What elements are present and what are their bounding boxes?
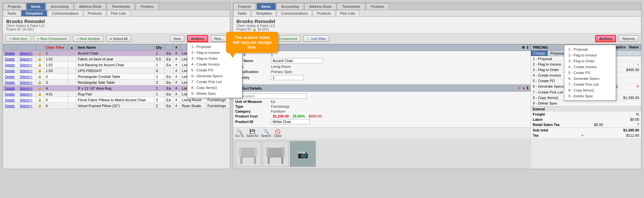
- action-item-9[interactable]: 9 - Delete Spec: [187, 91, 242, 96]
- reports-button[interactable]: Rep...: [211, 35, 227, 42]
- right-action-item-4[interactable]: 4 - Create Invoice: [564, 64, 616, 70]
- right-tab-addressbook[interactable]: Address Book: [304, 3, 336, 10]
- right-list-view-button[interactable]: ← List View: [303, 35, 329, 42]
- product-search-btn[interactable]: 🔍 Search: [261, 129, 271, 138]
- right-tab-items[interactable]: Items: [257, 3, 276, 10]
- row-name[interactable]: Rectangular Side Table: [76, 80, 154, 85]
- product-saveas-btn[interactable]: 💾 Save As: [247, 129, 259, 138]
- product-id-input[interactable]: [271, 119, 310, 124]
- tax-plus-icon[interactable]: +: [581, 133, 583, 137]
- new-component-button[interactable]: + New Component: [34, 35, 70, 42]
- left-tab-timesheets[interactable]: Timesheets: [107, 3, 135, 10]
- row-select[interactable]: Select>>: [18, 103, 36, 109]
- row-details[interactable]: Details: [3, 62, 18, 68]
- new-item-button[interactable]: + New Item: [6, 35, 31, 42]
- star-icon[interactable]: ★: [517, 86, 521, 90]
- right-action-item-1[interactable]: 1 - Proposal: [564, 46, 616, 52]
- action-item-6[interactable]: 6 - Generate Specs: [187, 73, 242, 79]
- left-tab-addressbook[interactable]: Address Book: [74, 3, 106, 10]
- right-tab-accounting[interactable]: Accounting: [276, 3, 304, 10]
- right-subtab-products[interactable]: Products: [313, 10, 335, 16]
- right-subtab-tasks[interactable]: Tasks: [233, 10, 251, 16]
- item-name-input[interactable]: [271, 58, 323, 63]
- action-item-8[interactable]: 8 - Copy Item(s): [187, 85, 242, 91]
- left-subtab-products[interactable]: Products: [84, 10, 106, 16]
- freight-pct[interactable]: %: [636, 112, 639, 116]
- left-subtab-templates[interactable]: Templates: [21, 10, 47, 16]
- view-button[interactable]: View: [170, 35, 185, 42]
- row-name[interactable]: Accent Chair: [76, 50, 154, 56]
- row-details[interactable]: Details: [3, 80, 18, 85]
- row-select[interactable]: Select>>: [18, 68, 36, 74]
- left-tab-accounting[interactable]: Accounting: [46, 3, 74, 10]
- right-action-item-3[interactable]: 3 - Flag to Order: [564, 58, 616, 64]
- row-select[interactable]: Select>>: [18, 80, 36, 85]
- product-image-add[interactable]: 📷: [290, 141, 316, 167]
- row-name[interactable]: Floral Fabric Pillows to Match Accent Ch…: [76, 97, 154, 103]
- left-tab-projects[interactable]: Projects: [3, 3, 26, 10]
- row-select[interactable]: Select>>: [18, 97, 36, 103]
- row-select[interactable]: Select>>: [18, 50, 36, 56]
- plus-icon[interactable]: +: [637, 62, 639, 66]
- right-subtab-communications[interactable]: Communications: [277, 10, 312, 16]
- product-clear-btn[interactable]: 🚫 Clear: [274, 129, 282, 138]
- left-subtab-communications[interactable]: Communications: [48, 10, 83, 16]
- right-action-item-2[interactable]: 2 - Flag to Invoice: [564, 52, 616, 58]
- charge-tab[interactable]: Charge: [531, 51, 548, 56]
- row-name[interactable]: 9' x 11'-10" Area Rug: [76, 85, 154, 91]
- settings-icon[interactable]: ⚙: [522, 45, 525, 50]
- row-select[interactable]: Select>>: [18, 85, 36, 91]
- col-sort-arrow[interactable]: ▲: [68, 44, 76, 50]
- row-name[interactable]: Fabric on back of seat: [76, 56, 154, 62]
- right-action-item-5[interactable]: 5 - Create PO: [564, 70, 616, 76]
- right-action-item-6[interactable]: 6 - Generate Specs: [564, 76, 616, 81]
- row-details[interactable]: Details: [3, 91, 18, 97]
- row-name[interactable]: Rectangular Cocktail Table: [76, 74, 154, 80]
- status-tab[interactable]: Status: [629, 45, 639, 49]
- left-actions-button[interactable]: Actions: [187, 35, 208, 42]
- x-icon[interactable]: ✕: [636, 84, 639, 89]
- right-reports-button[interactable]: Reports: [619, 35, 638, 42]
- left-subtab-tasks[interactable]: Tasks: [3, 10, 20, 16]
- action-item-4[interactable]: 4 - Create Invoice: [187, 61, 242, 67]
- row-details[interactable]: Details: [3, 56, 18, 62]
- row-name[interactable]: Knit Backing for Accent Chair: [76, 62, 154, 68]
- product-goto-btn[interactable]: 🔍 Go To: [235, 129, 244, 138]
- col-item-num[interactable]: Clear Filter: [44, 44, 68, 50]
- product-description-input[interactable]: [235, 93, 307, 99]
- right-subtab-templates[interactable]: Templates: [251, 10, 276, 16]
- quantity-input-gen-specs[interactable]: 1: [616, 84, 618, 89]
- item-quantity-input[interactable]: [271, 75, 303, 80]
- row-select[interactable]: Select>>: [18, 56, 36, 62]
- row-name[interactable]: Velvet Framed Pillow (22"): [76, 103, 154, 109]
- right-tab-finishes[interactable]: Finishes: [366, 3, 389, 10]
- row-select[interactable]: Select>>: [18, 74, 36, 80]
- product-image-2[interactable]: [262, 141, 288, 167]
- row-name[interactable]: UPS FREIGHT: [76, 68, 154, 74]
- row-select[interactable]: Select>>: [18, 62, 36, 68]
- row-details[interactable]: Details: [3, 85, 18, 91]
- select-all-button[interactable]: ≡ Select All: [106, 35, 131, 42]
- right-action-item-8[interactable]: 8 - Copy Item(s): [564, 87, 616, 93]
- row-details[interactable]: Details: [3, 68, 18, 74]
- row-details[interactable]: Details: [3, 103, 18, 109]
- row-select[interactable]: Select>>: [18, 91, 36, 97]
- left-subtab-picklists[interactable]: Pick Lists: [107, 10, 130, 16]
- action-item-7[interactable]: 7 - Create Pick List: [187, 79, 242, 85]
- left-tab-finishes[interactable]: Finishes: [136, 3, 159, 10]
- row-details[interactable]: Details: [3, 97, 18, 103]
- action-item-5[interactable]: 5 - Create PO: [187, 67, 242, 73]
- right-actions-button[interactable]: Actions: [595, 35, 616, 42]
- right-tab-projects[interactable]: Projects: [233, 3, 256, 10]
- right-action-item-9[interactable]: 9 - Delete Spec: [564, 93, 616, 99]
- product-image-1[interactable]: [235, 141, 261, 167]
- row-details[interactable]: Details: [3, 50, 18, 56]
- right-action-item-7[interactable]: 7 - Create Pick List: [564, 81, 616, 87]
- clear-filter[interactable]: Clear Filter: [46, 45, 64, 49]
- right-subtab-picklists[interactable]: Pick Lists: [336, 10, 359, 16]
- row-details[interactable]: Details: [3, 74, 18, 80]
- left-tab-items[interactable]: Items: [26, 3, 46, 10]
- row-name[interactable]: Rug Pad: [76, 91, 154, 97]
- right-tab-timesheets[interactable]: Timesheets: [337, 3, 365, 10]
- heart-icon[interactable]: ♥: [523, 86, 525, 90]
